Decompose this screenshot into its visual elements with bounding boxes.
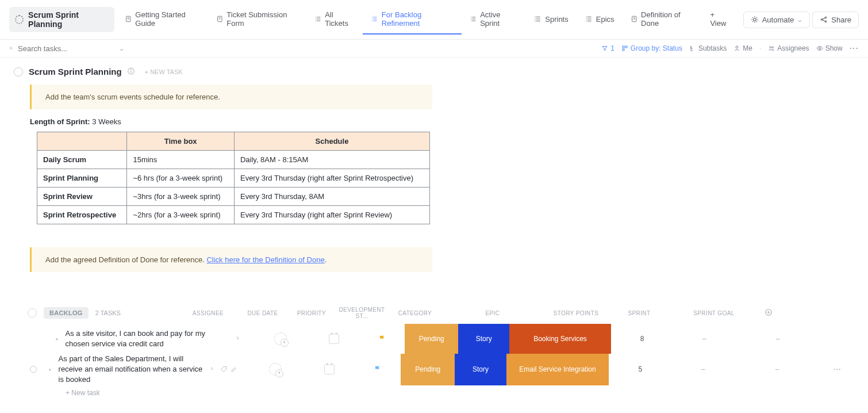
priority-cell[interactable] [355,354,401,385]
show-button[interactable]: Show [816,44,843,52]
list-name[interactable]: Scrum Sprint Planning [29,67,122,77]
filter-toolbar: ⌄ 1 Group by: Status Subtasks Me · Assig… [0,40,868,58]
svg-point-5 [825,17,827,18]
task-name[interactable]: As a site visitor, I can book and pay fo… [66,324,252,354]
status-chip-backlog[interactable]: BACKLOG [44,307,89,319]
task-row[interactable]: ▪ As part of the Sales Department, I wil… [48,354,854,385]
tab-ticket-submission[interactable]: Ticket Submission Form [208,5,306,35]
dev-status-cell[interactable]: Pending [405,324,458,354]
collapse-toggle[interactable] [28,308,37,318]
edit-icon[interactable] [231,366,237,373]
tab-definition-of-done[interactable]: Definition of Done [623,5,702,35]
story-points-cell[interactable]: 5 [609,354,671,385]
assignees-button[interactable]: Assignees [768,44,809,52]
row-more[interactable] [820,324,854,354]
col-category[interactable]: CATEGORY [389,310,441,316]
col-story-points[interactable]: STORY POINTS [544,310,608,316]
automate-button[interactable]: Automate ⌄ [743,12,811,28]
svg-rect-10 [623,49,624,51]
row-more-button[interactable]: ··· [820,354,854,385]
more-options-button[interactable]: ··· [850,43,859,53]
table-row: Sprint Planning ~6 hrs (for a 3-week spr… [37,169,430,188]
assignee-cell[interactable] [252,324,308,354]
info-icon[interactable]: ⓘ [128,67,135,77]
list-title-chip[interactable]: Scrum Sprint Planning [9,7,114,32]
svg-rect-9 [625,46,627,48]
sprint-icon [15,15,24,24]
priority-cell[interactable] [359,324,405,354]
due-date-cell[interactable] [304,354,355,385]
svg-rect-8 [623,46,624,48]
calendar-icon [324,364,335,374]
filter-icon [601,45,608,52]
me-button[interactable]: Me [733,44,752,52]
subtasks-button[interactable]: Subtasks [689,44,727,52]
tag-icon[interactable] [220,366,227,373]
status-circle-icon [14,67,23,77]
due-date-cell[interactable] [309,324,360,354]
subtask-icon[interactable] [210,366,217,373]
dev-status-cell[interactable]: Pending [401,354,455,385]
sprint-cell[interactable]: – [671,354,734,385]
search-wrap[interactable]: ⌄ [9,44,124,53]
add-view-button[interactable]: + View [702,5,738,35]
doc-icon [631,15,638,23]
svg-point-14 [819,48,820,49]
tab-getting-started[interactable]: Getting Started Guide [117,5,208,35]
task-status-square[interactable]: ▪ [41,354,59,385]
tab-active-sprint[interactable]: Active Sprint [462,5,526,35]
sprint-cell[interactable]: – [673,324,735,354]
people-icon [768,45,775,52]
assignee-cell[interactable] [247,354,304,385]
list-title-text: Scrum Sprint Planning [28,10,109,29]
svg-point-13 [773,47,774,48]
tab-all-tickets[interactable]: All Tickets [306,5,363,35]
col-sprint-goal[interactable]: SPRINT GOAL [671,310,757,316]
new-task-button[interactable]: + New task [66,389,854,397]
tab-backlog-refinement[interactable]: For Backlog Refinement [363,5,461,35]
list-icon [314,15,321,23]
epic-cell[interactable]: Booking Services [509,324,611,354]
category-cell[interactable]: Story [458,324,509,354]
doc-icon [125,15,132,23]
flag-icon [378,335,386,343]
sprint-goal-cell[interactable]: – [735,324,820,354]
task-name[interactable]: As part of the Sales Department, I will … [59,354,247,385]
search-input[interactable] [18,44,114,53]
task-status-square[interactable]: ▪ [48,324,66,354]
subtask-icon[interactable] [236,335,243,342]
col-epic[interactable]: EPIC [441,310,544,316]
dod-link[interactable]: Click here for the Definition of Done [206,255,324,264]
filter-button[interactable]: 1 [601,44,614,52]
person-icon [733,45,740,52]
col-assignee[interactable]: ASSIGNEE [179,310,237,316]
task-row[interactable]: ▪ As a site visitor, I can book and pay … [48,324,854,354]
col-priority[interactable]: PRIORITY [289,310,335,316]
svg-point-3 [753,18,756,21]
sprint-goal-cell[interactable]: – [735,354,820,385]
task-count: 2 TASKS [95,309,121,316]
list-header: Scrum Sprint Planning ⓘ + NEW TASK [14,67,854,77]
table-row: Daily Scrum 15mins Daily, 8AM - 8:15AM [37,151,430,169]
list-icon [585,15,593,23]
epic-cell[interactable]: Email Service Integration [506,354,609,385]
group-by-button[interactable]: Group by: Status [621,44,682,52]
share-button[interactable]: Share [812,12,859,28]
col-sprint[interactable]: SPRINT [608,310,671,316]
col-dev-status[interactable]: DEVELOPMENT ST... [335,307,389,319]
new-task-inline-button[interactable]: + NEW TASK [145,68,183,75]
list-icon [533,15,541,23]
tab-epics[interactable]: Epics [577,9,623,30]
column-headers: ASSIGNEE DUE DATE PRIORITY DEVELOPMENT S… [179,307,780,319]
col-due-date[interactable]: DUE DATE [237,310,289,316]
callout-schedule: Add the team's scrum events schedule for… [30,85,432,109]
chevron-down-icon[interactable]: ⌄ [119,45,124,52]
search-icon [9,44,13,52]
tab-sprints[interactable]: Sprints [525,9,576,30]
category-cell[interactable]: Story [455,354,506,385]
add-column-button[interactable] [757,308,780,318]
callout-dod: Add the agreed Definition of Done for re… [30,247,432,272]
story-points-cell[interactable]: 8 [611,324,673,354]
select-circle[interactable] [30,366,37,373]
svg-point-12 [770,47,771,48]
